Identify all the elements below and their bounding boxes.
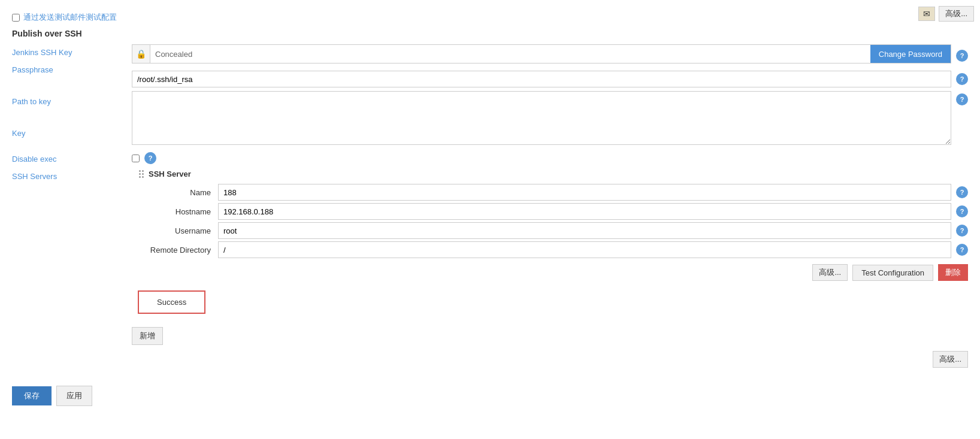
server-remote-dir-input[interactable]: [218, 241, 951, 258]
test-email-label: 通过发送测试邮件测试配置: [23, 12, 117, 23]
server-username-help-icon[interactable]: ?: [956, 225, 968, 237]
right-content-panel: 🔒 Concealed Change Password ? ? ?: [132, 44, 968, 149]
label-jenkins-ssh-key: Jenkins SSH Key: [12, 46, 132, 59]
name-label: Name: [138, 188, 216, 197]
username-label: Username: [138, 226, 216, 235]
apply-button[interactable]: 应用: [56, 386, 92, 406]
disable-exec-checkbox[interactable]: [132, 155, 140, 162]
disable-exec-help-icon[interactable]: ?: [144, 152, 156, 164]
test-email-checkbox-row: 通过发送测试邮件测试配置: [12, 12, 968, 23]
delete-server-button[interactable]: 删除: [938, 264, 968, 281]
server-username-row: Username ?: [138, 222, 968, 239]
hostname-label: Hostname: [138, 207, 216, 216]
label-ssh-servers: SSH Servers: [12, 169, 132, 183]
server-name-row: Name ?: [138, 184, 968, 201]
test-configuration-button[interactable]: Test Configuration: [852, 265, 933, 281]
email-icon: ✉: [918, 7, 935, 21]
left-labels-panel: Jenkins SSH Key Passphrase Path to key K…: [12, 44, 132, 149]
label-passphrase: Passphrase: [12, 63, 132, 77]
publish-over-ssh-title: Publish over SSH: [12, 29, 968, 38]
server-name-help-icon[interactable]: ?: [956, 186, 968, 198]
server-hostname-help-icon[interactable]: ?: [956, 205, 968, 217]
label-path-to-key: Path to key: [12, 95, 132, 108]
passphrase-help-icon[interactable]: ?: [956, 50, 968, 62]
ssh-server-header: SSH Server: [138, 169, 968, 179]
bottom-actions-row: 保存 应用: [12, 386, 968, 406]
server-username-input[interactable]: [218, 222, 951, 239]
lock-icon: 🔒: [132, 45, 150, 63]
label-key: Key: [12, 126, 132, 140]
top-advanced-button[interactable]: 高级...: [939, 6, 974, 22]
server-actions-row: 高级... Test Configuration 删除: [138, 264, 968, 281]
bottom-advanced-row: 高级...: [12, 351, 968, 368]
drag-handle[interactable]: [138, 169, 145, 179]
server-remote-dir-row: Remote Directory ?: [138, 241, 968, 258]
ssh-server-section: SSH Server Name ? Hostname ? Username: [138, 169, 968, 314]
key-help-icon[interactable]: ?: [956, 93, 968, 105]
add-server-button[interactable]: 新增: [132, 327, 163, 345]
bottom-advanced-button[interactable]: 高级...: [933, 351, 968, 368]
ssh-server-section-label: SSH Server: [149, 169, 191, 178]
change-password-button[interactable]: Change Password: [870, 45, 951, 63]
server-hostname-row: Hostname ?: [138, 203, 968, 220]
passphrase-concealed-text: Concealed: [150, 47, 870, 61]
server-advanced-button[interactable]: 高级...: [812, 264, 848, 281]
path-to-key-input[interactable]: [132, 71, 951, 87]
server-remote-dir-help-icon[interactable]: ?: [956, 244, 968, 256]
test-email-checkbox[interactable]: [12, 14, 20, 22]
save-button[interactable]: 保存: [12, 386, 52, 405]
server-name-input[interactable]: [218, 184, 951, 201]
remote-directory-label: Remote Directory: [138, 246, 216, 255]
path-to-key-help-icon[interactable]: ?: [956, 73, 968, 85]
key-textarea[interactable]: [132, 91, 951, 145]
disable-exec-left: Disable exec SSH Servers: [12, 152, 132, 345]
success-message: Success: [138, 290, 205, 314]
label-disable-exec: Disable exec: [12, 152, 132, 166]
server-hostname-input[interactable]: [218, 203, 951, 220]
